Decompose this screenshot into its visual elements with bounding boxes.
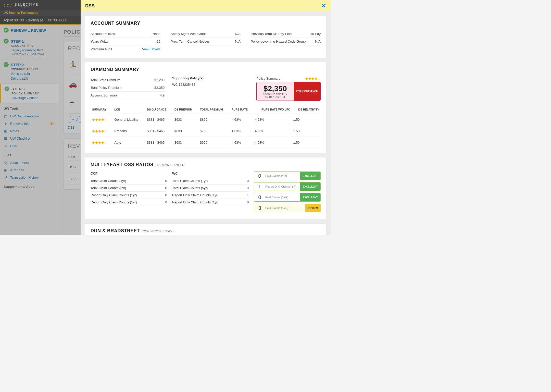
add-button[interactable]: ＋A xyxy=(68,116,82,123)
table-row: ◆◆◆◆◇ Auto$381 - $465$633$6004.63%4.63%1… xyxy=(91,137,321,148)
wc-title: WC xyxy=(172,172,249,175)
loss-timestamp: 12/07/2022 05:09:45 xyxy=(155,163,185,167)
loss-title: MULTI-YEAR LOSS RATIOS xyxy=(91,162,153,167)
transaction-history-label: Transaction History xyxy=(10,176,39,179)
umbrella-icon: ☂ xyxy=(69,100,75,108)
check-icon: ✓ xyxy=(4,62,9,67)
history-icon: ↺ xyxy=(4,176,8,179)
diamond-rating-icon: ◆◆◆◆◇ xyxy=(92,140,107,144)
th-purewo: PURE RATE W/O LFC xyxy=(253,105,292,114)
dss-modal: DSS ✕ ACCOUNT SUMMARY Account PoliciesNo… xyxy=(81,0,331,235)
close-icon[interactable]: ✕ xyxy=(321,3,326,9)
stat-label: Paid Claims (5YR) xyxy=(265,206,305,210)
kv-row: Years Written12 xyxy=(91,38,160,45)
acords-item[interactable]: ▣ACORDs xyxy=(0,166,58,174)
th-rel: DS RELATIVITY xyxy=(292,105,321,114)
file-icon: ▣ xyxy=(4,168,8,172)
step-2[interactable]: ✓STEP 2 COVERED ASSETS Vehicles (18) Dri… xyxy=(0,59,58,84)
modal-title: DSS xyxy=(85,3,95,9)
stat-box: 1 Report-Only Claims (YR) EXCELLENT xyxy=(254,182,321,191)
chevron-down-icon: ⌄ xyxy=(69,18,72,22)
stat-tag: REVIEW xyxy=(305,204,320,212)
dnb-panel: DUN & BRADSTREET12/07/2022 05:09:45 Payd… xyxy=(85,223,327,235)
dss-tab[interactable]: DSS xyxy=(68,126,75,129)
th-pure: PURE RATE xyxy=(230,105,253,114)
stat-box: 0 Paid Claims (5YR) EXCELLENT xyxy=(254,193,321,202)
renewal-info-label: Renewal Info xyxy=(10,122,30,126)
diamond-title: DIAMOND SUMMARY xyxy=(91,67,321,72)
kv-row: Total Claim Counts (1yr)0 xyxy=(172,177,249,185)
supporting-value: WC 123235434 xyxy=(172,83,249,87)
stat-number: 0 xyxy=(254,194,265,200)
dnb-timestamp: 12/07/2022 05:09:45 xyxy=(141,229,172,233)
uw-documentation-item[interactable]: ▤UW Documentation⌄ xyxy=(0,113,58,120)
kv-row: Account PoliciesNone xyxy=(91,30,160,38)
kv-row: Account Summary4.9 xyxy=(91,92,165,99)
diamond-table: SUMMARY LOB DS GUIDANCE DS PREMIUM TOTAL… xyxy=(91,105,321,148)
step2-vehicles-link[interactable]: Vehicles (18) xyxy=(11,72,54,76)
attachments-label: Attachments xyxy=(10,161,29,165)
premium-box: $2,350 ACCOUNT PREMIUM $2,047 - $2,134 O… xyxy=(256,82,321,101)
note-icon: ▣ xyxy=(4,129,8,133)
renewal-info-item[interactable]: ↻Renewal Info3 xyxy=(0,120,58,127)
stat-number: 1 xyxy=(254,184,265,190)
th-summary: SUMMARY xyxy=(91,105,113,114)
th-total: TOTAL PREMIUM xyxy=(198,105,230,114)
step2-drivers-link[interactable]: Drivers (13) xyxy=(11,77,54,80)
refresh-icon: ↻ xyxy=(4,122,8,126)
files-title: Files xyxy=(0,150,58,159)
th-lob: LOB xyxy=(113,105,145,114)
kv-row: Prev. Term Cancel NoticesN/A xyxy=(171,38,241,45)
transaction-history-item[interactable]: ↺Transaction History xyxy=(0,174,58,181)
acords-label: ACORDs xyxy=(10,168,24,172)
agent-label: Agent 00700 xyxy=(4,18,24,22)
account-summary-title: ACCOUNT SUMMARY xyxy=(91,21,321,26)
current-step-icon: ● xyxy=(4,86,9,91)
stat-number: 0 xyxy=(254,173,265,179)
kv-row: Report Only Claim Counts (1yr)0 xyxy=(91,199,167,206)
kv-row: Report Only Claim Counts (1yr)0 xyxy=(172,199,249,206)
kv-row: Previous Term DB Pay Plan10 Pay xyxy=(251,30,321,38)
uw-doc-label: UW Documentation xyxy=(10,114,39,118)
uw-checklist-item[interactable]: ☰UW Checklist xyxy=(0,135,58,142)
step-1[interactable]: ✓STEP 1 ACCOUNT INFO Legacy Plumbing INC… xyxy=(0,36,58,59)
stat-label: Paid Claims (YR) xyxy=(265,174,300,177)
premium-amount: $2,350 xyxy=(259,84,291,93)
step1-dates: 08/31/2023 - 08/31/2024 xyxy=(11,53,54,56)
step3-coverage-link[interactable]: Coverage Options xyxy=(11,96,54,100)
table-row: ◆◆◆◆◇ Property$381 - $465$633$7504.63%4.… xyxy=(91,125,321,137)
sidebar: ✓ RENEWAL REVIEW ✓STEP 1 ACCOUNT INFO Le… xyxy=(0,25,58,235)
kv-row: Safety Mgmt Acct GradeN/A xyxy=(171,30,241,38)
quoting-value: 00700-0000 xyxy=(48,18,67,22)
dss-item[interactable]: ≡DSS xyxy=(0,142,58,150)
notes-item[interactable]: ▣Notes xyxy=(0,127,58,135)
premium-range: $2,047 - $2,134 xyxy=(259,95,291,99)
attachments-item[interactable]: 📎Attachments xyxy=(0,159,58,166)
add-label: A xyxy=(76,118,78,121)
step1-account-link[interactable]: Legacy Plumbing INC xyxy=(11,48,54,52)
renewal-title: RENEWAL REVIEW xyxy=(11,28,46,32)
list-icon: ≡ xyxy=(4,144,8,148)
kv-row: Premium AuditView Tickets xyxy=(91,45,160,53)
document-icon: ▤ xyxy=(4,114,8,118)
supplemental-apps-title: Supplemental Apps xyxy=(0,181,58,191)
stat-label: Report-Only Claims (YR) xyxy=(265,185,300,188)
over-guidance-flag: OVER GUIDANCE xyxy=(294,82,320,101)
car-icon: 🚗 xyxy=(69,80,77,88)
kv-row: Report Only Claim Counts (1yr)0 xyxy=(91,192,167,199)
kv-row: Total Policy Premium$2,350 xyxy=(91,84,165,92)
quoting-dropdown[interactable]: 00700-0000 ⌄ xyxy=(48,18,72,22)
renewal-review-header[interactable]: ✓ RENEWAL REVIEW xyxy=(0,25,58,36)
stat-number: 3 xyxy=(254,205,265,211)
view-tickets-link[interactable]: View Tickets xyxy=(142,47,160,51)
stat-tag: EXCELLENT xyxy=(300,193,320,201)
chevron-down-icon: ⌄ xyxy=(51,114,54,118)
step2-sub: COVERED ASSETS xyxy=(11,68,54,71)
dss-label: DSS xyxy=(10,144,17,148)
step-3[interactable]: ●STEP 3 POLICY SUMMARY Coverage Options xyxy=(0,84,58,103)
step3-sub: POLICY SUMMARY xyxy=(11,92,54,95)
paperclip-icon: 📎 xyxy=(4,161,8,165)
uw-checklist-label: UW Checklist xyxy=(10,137,30,140)
policy-summary-label: Policy Summary xyxy=(256,77,280,80)
step2-title: STEP 2 xyxy=(11,63,24,67)
